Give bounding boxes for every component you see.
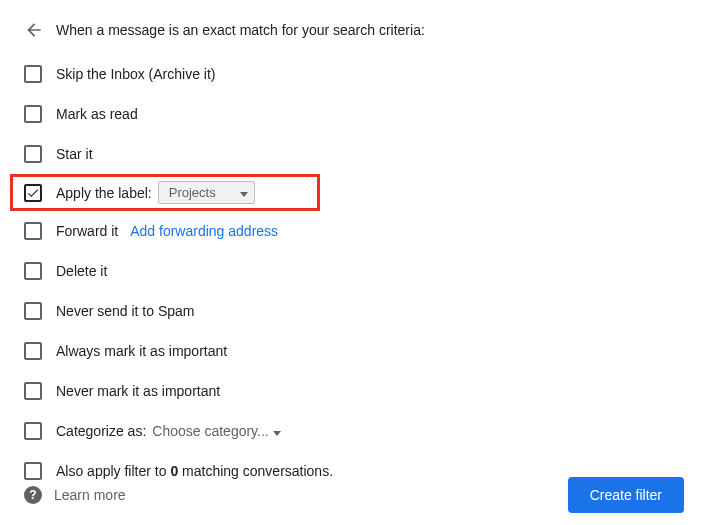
footer-left: ? Learn more xyxy=(24,486,126,504)
learn-more-link[interactable]: Learn more xyxy=(54,487,126,503)
label-skip-inbox: Skip the Inbox (Archive it) xyxy=(56,66,216,82)
option-categorize: Categorize as: Choose category... xyxy=(24,411,684,451)
option-forward: Forward it Add forwarding address xyxy=(24,211,684,251)
option-always-important: Always mark it as important xyxy=(24,331,684,371)
option-delete: Delete it xyxy=(24,251,684,291)
label-dropdown[interactable]: Projects xyxy=(158,181,255,204)
checkbox-always-important[interactable] xyxy=(24,342,42,360)
header-row: When a message is an exact match for you… xyxy=(24,20,684,40)
checkbox-categorize[interactable] xyxy=(24,422,42,440)
label-never-spam: Never send it to Spam xyxy=(56,303,195,319)
checkbox-skip-inbox[interactable] xyxy=(24,65,42,83)
label-dropdown-value: Projects xyxy=(169,185,216,200)
back-arrow-icon[interactable] xyxy=(24,20,44,40)
label-forward: Forward it xyxy=(56,223,118,239)
option-never-important: Never mark it as important xyxy=(24,371,684,411)
checkbox-mark-read[interactable] xyxy=(24,105,42,123)
filter-actions-panel: When a message is an exact match for you… xyxy=(0,0,708,491)
checkbox-delete[interactable] xyxy=(24,262,42,280)
label-never-important: Never mark it as important xyxy=(56,383,220,399)
checkbox-star[interactable] xyxy=(24,145,42,163)
checkbox-never-spam[interactable] xyxy=(24,302,42,320)
label-always-important: Always mark it as important xyxy=(56,343,227,359)
option-skip-inbox: Skip the Inbox (Archive it) xyxy=(24,54,684,94)
label-categorize: Categorize as: xyxy=(56,423,146,439)
create-filter-button[interactable]: Create filter xyxy=(568,477,684,513)
caret-down-icon xyxy=(273,423,281,439)
caret-down-icon xyxy=(240,185,248,200)
option-mark-read: Mark as read xyxy=(24,94,684,134)
checkbox-never-important[interactable] xyxy=(24,382,42,400)
highlight-apply-label: Apply the label: Projects xyxy=(10,174,320,211)
checkbox-apply-label[interactable] xyxy=(24,184,42,202)
option-never-spam: Never send it to Spam xyxy=(24,291,684,331)
category-dropdown-value: Choose category... xyxy=(152,423,268,439)
label-mark-read: Mark as read xyxy=(56,106,138,122)
label-apply-label: Apply the label: xyxy=(56,185,152,201)
label-star: Star it xyxy=(56,146,93,162)
checkbox-forward[interactable] xyxy=(24,222,42,240)
add-forwarding-link[interactable]: Add forwarding address xyxy=(130,223,278,239)
help-icon[interactable]: ? xyxy=(24,486,42,504)
footer: ? Learn more Create filter xyxy=(24,477,684,513)
category-dropdown[interactable]: Choose category... xyxy=(152,423,280,439)
option-star: Star it xyxy=(24,134,684,174)
label-delete: Delete it xyxy=(56,263,107,279)
header-text: When a message is an exact match for you… xyxy=(56,22,425,38)
